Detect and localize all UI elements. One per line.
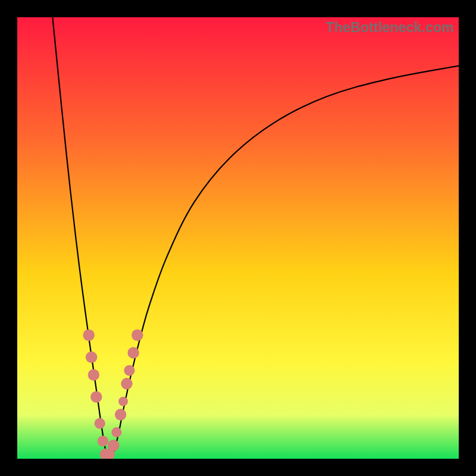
data-marker	[131, 330, 143, 341]
data-marker	[86, 352, 97, 363]
data-marker	[90, 391, 102, 402]
data-marker	[88, 369, 99, 380]
watermark-text: TheBottleneck.com	[325, 20, 454, 36]
data-marker	[124, 365, 134, 375]
data-marker	[95, 418, 105, 429]
data-marker	[121, 378, 132, 389]
data-marker	[115, 409, 126, 420]
data-marker	[127, 347, 139, 358]
plot-area: TheBottleneck.com	[17, 17, 459, 459]
curve-right	[110, 66, 459, 459]
data-marker	[118, 397, 128, 406]
data-marker	[98, 436, 108, 446]
data-marker	[111, 427, 121, 437]
curve-layer	[17, 17, 459, 459]
curve-left	[52, 17, 109, 459]
curve-markers	[83, 330, 143, 459]
chart-frame: TheBottleneck.com	[0, 0, 476, 476]
data-marker	[83, 330, 94, 341]
data-marker	[108, 440, 119, 451]
